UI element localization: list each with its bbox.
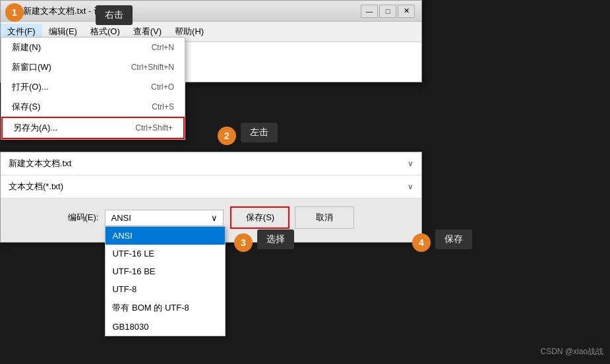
encoding-option-ansi[interactable]: ANSI bbox=[106, 227, 225, 245]
annotation-1: 1 bbox=[5, 3, 24, 22]
encoding-dropdown: ANSI UTF-16 LE UTF-16 BE UTF-8 带有 BOM 的 … bbox=[105, 226, 226, 336]
notepad-window: 📄 新建文本文档.txt - 记事本 — □ ✕ 文件(F) 编辑(E) 格式(… bbox=[0, 0, 422, 82]
menu-save-label: 保存(S) bbox=[12, 101, 40, 113]
encoding-option-utf16le[interactable]: UTF-16 LE bbox=[106, 245, 225, 262]
menu-new-window-shortcut: Ctrl+Shift+N bbox=[131, 63, 174, 72]
annotation-4: 4 bbox=[412, 233, 431, 252]
menu-open[interactable]: 打开(O)... Ctrl+O bbox=[1, 77, 185, 97]
encoding-value: ANSI bbox=[111, 213, 131, 223]
encoding-dropdown-icon: ∨ bbox=[211, 213, 218, 223]
menu-open-label: 打开(O)... bbox=[12, 81, 49, 93]
save-dialog: 新建文本文档.txt ∨ 文本文档(*.txt) ∨ 编码(E): ANSI ∨… bbox=[0, 152, 422, 243]
filetype-chevron-icon: ∨ bbox=[408, 182, 413, 191]
dialog-buttons: 保存(S) 取消 bbox=[230, 206, 354, 229]
encoding-label: 编码(E): bbox=[68, 212, 99, 224]
menu-save-as[interactable]: 另存为(A)... Ctrl+Shift+ bbox=[1, 117, 185, 139]
filename-value: 新建文本文档.txt bbox=[9, 158, 408, 169]
annotation-3: 3 bbox=[234, 233, 253, 252]
menu-new-label: 新建(N) bbox=[12, 42, 41, 53]
menu-save-shortcut: Ctrl+S bbox=[152, 102, 174, 111]
close-button[interactable]: ✕ bbox=[398, 5, 415, 18]
minimize-button[interactable]: — bbox=[361, 5, 378, 18]
encoding-wrapper: ANSI ∨ ANSI UTF-16 LE UTF-16 BE UTF-8 带有… bbox=[105, 210, 224, 226]
menu-open-shortcut: Ctrl+O bbox=[151, 82, 174, 92]
encoding-option-gb18030[interactable]: GB18030 bbox=[106, 318, 225, 336]
menu-new[interactable]: 新建(N) Ctrl+N bbox=[1, 38, 185, 57]
menu-new-shortcut: Ctrl+N bbox=[152, 43, 174, 52]
filetype-value: 文本文档(*.txt) bbox=[9, 181, 408, 193]
maximize-button[interactable]: □ bbox=[379, 5, 396, 18]
menu-save-as-label: 另存为(A)... bbox=[13, 122, 57, 134]
cancel-button[interactable]: 取消 bbox=[295, 206, 354, 229]
encoding-option-utf16be[interactable]: UTF-16 BE bbox=[106, 262, 225, 280]
tooltip-left-click: 左击 bbox=[241, 123, 278, 142]
tooltip-select: 选择 bbox=[257, 229, 294, 249]
encoding-option-utf8bom[interactable]: 带有 BOM 的 UTF-8 bbox=[106, 298, 225, 318]
annotation-2: 2 bbox=[218, 127, 236, 145]
menu-save[interactable]: 保存(S) Ctrl+S bbox=[1, 97, 185, 117]
menu-new-window[interactable]: 新窗口(W) Ctrl+Shift+N bbox=[1, 57, 185, 77]
menu-new-window-label: 新窗口(W) bbox=[12, 61, 51, 73]
encoding-select[interactable]: ANSI ∨ bbox=[105, 210, 224, 226]
file-dropdown-menu: 新建(N) Ctrl+N 新窗口(W) Ctrl+Shift+N 打开(O)..… bbox=[1, 37, 185, 140]
dialog-bottom: 编码(E): ANSI ∨ ANSI UTF-16 LE UTF-16 BE U… bbox=[1, 198, 421, 242]
title-controls: — □ ✕ bbox=[361, 5, 415, 18]
watermark: CSDN @xiao战战 bbox=[540, 346, 603, 357]
tooltip-right-click: 右击 bbox=[96, 5, 133, 25]
filename-row: 新建文本文档.txt ∨ bbox=[1, 152, 421, 175]
filetype-row: 文本文档(*.txt) ∨ bbox=[1, 175, 421, 198]
title-bar: 📄 新建文本文档.txt - 记事本 — □ ✕ bbox=[1, 1, 421, 22]
encoding-row: 编码(E): ANSI ∨ ANSI UTF-16 LE UTF-16 BE U… bbox=[9, 206, 413, 229]
tooltip-save: 保存 bbox=[435, 229, 472, 249]
menu-save-as-shortcut: Ctrl+Shift+ bbox=[135, 123, 173, 133]
encoding-option-utf8[interactable]: UTF-8 bbox=[106, 280, 225, 298]
filename-chevron-icon: ∨ bbox=[408, 159, 413, 168]
save-button[interactable]: 保存(S) bbox=[230, 206, 290, 229]
